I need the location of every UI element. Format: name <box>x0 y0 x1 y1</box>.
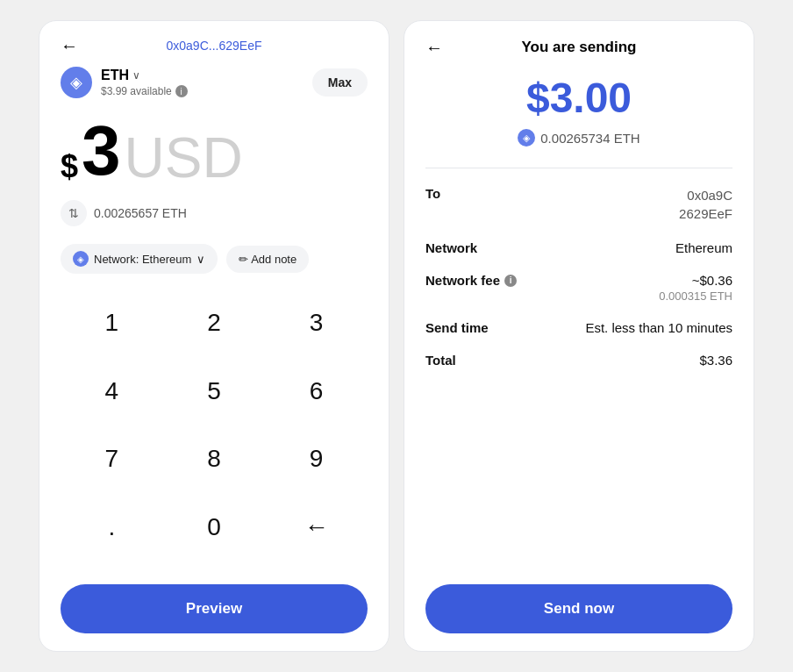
numpad-key-1[interactable]: 1 <box>61 295 163 351</box>
token-name: ETH <box>101 68 129 83</box>
to-address: 0x0a9C 2629EeF <box>679 186 732 223</box>
network-row-label: Network <box>425 240 477 255</box>
network-row: Network Ethereum <box>425 240 732 255</box>
right-back-button[interactable]: ← <box>425 38 443 58</box>
numpad-key-0[interactable]: 0 <box>163 499 266 555</box>
divider <box>425 168 732 168</box>
amount-display: $ 3 USD <box>61 116 368 186</box>
preview-button[interactable]: Preview <box>61 584 368 633</box>
wallet-address[interactable]: 0x0a9C...629EeF <box>167 39 262 53</box>
network-button[interactable]: ◈ Network: Ethereum ∨ <box>61 244 218 274</box>
numpad-key-9[interactable]: 9 <box>265 431 368 487</box>
to-label: To <box>425 186 440 201</box>
token-balance: $3.99 available i <box>101 85 188 97</box>
numpad-key-8[interactable]: 8 <box>163 431 266 487</box>
token-details: ETH ∨ $3.99 available i <box>101 68 188 97</box>
options-row: ◈ Network: Ethereum ∨ ✏ Add note <box>61 244 368 274</box>
send-time-value: Est. less than 10 minutes <box>585 320 732 335</box>
numpad-key-3[interactable]: 3 <box>265 295 368 351</box>
numpad-key-6[interactable]: 6 <box>265 363 368 419</box>
swap-icon-button[interactable]: ⇅ <box>61 200 87 226</box>
sending-amount-usd: $3.00 <box>425 74 732 122</box>
right-header: ← You are sending <box>425 39 732 56</box>
fee-usd: ~$0.36 <box>659 273 732 288</box>
eth-icon: ◈ <box>61 67 92 98</box>
token-chevron-icon: ∨ <box>132 69 140 82</box>
total-label: Total <box>425 353 456 368</box>
left-back-button[interactable]: ← <box>61 36 78 56</box>
send-time-row: Send time Est. less than 10 minutes <box>425 320 732 335</box>
to-address-line2: 2629EeF <box>679 204 732 223</box>
left-panel: ← 0x0a9C...629EeF ◈ ETH ∨ $3.99 availabl… <box>39 20 389 652</box>
network-label: Network: Ethereum <box>94 253 191 266</box>
network-chevron-icon: ∨ <box>196 253 205 266</box>
add-note-button[interactable]: ✏ Add note <box>226 246 309 273</box>
sending-eth-text: 0.00265734 ETH <box>540 131 639 146</box>
to-address-line1: 0x0a9C <box>679 186 732 204</box>
left-header: ← 0x0a9C...629EeF <box>61 39 368 53</box>
token-row: ◈ ETH ∨ $3.99 available i Max <box>61 67 368 98</box>
numpad-key-7[interactable]: 7 <box>61 431 163 487</box>
fee-eth: 0.000315 ETH <box>659 290 732 303</box>
balance-info-icon[interactable]: i <box>175 85 188 97</box>
numpad-key-backspace[interactable]: ← <box>265 499 368 555</box>
token-info: ◈ ETH ∨ $3.99 available i <box>61 67 188 98</box>
max-button[interactable]: Max <box>312 68 368 97</box>
numpad-key-dot[interactable]: . <box>61 499 163 555</box>
send-time-label: Send time <box>425 320 489 335</box>
to-row: To 0x0a9C 2629EeF <box>425 186 732 223</box>
sending-amount-eth: ◈ 0.00265734 ETH <box>425 129 732 147</box>
fee-info-icon[interactable]: i <box>504 275 517 287</box>
numpad: 1 2 3 4 5 6 7 8 9 . 0 ← <box>61 295 368 567</box>
sending-eth-icon: ◈ <box>518 129 535 147</box>
eth-amount-text: 0.00265657 ETH <box>94 206 187 220</box>
fee-row: Network fee i ~$0.36 0.000315 ETH <box>425 273 732 303</box>
send-now-button[interactable]: Send now <box>425 584 732 633</box>
network-eth-icon: ◈ <box>73 251 89 267</box>
numpad-key-5[interactable]: 5 <box>163 363 266 419</box>
network-row-value: Ethereum <box>675 240 732 255</box>
fee-values: ~$0.36 0.000315 ETH <box>659 273 732 303</box>
dollar-sign: $ <box>61 151 78 182</box>
numpad-key-2[interactable]: 2 <box>163 295 266 351</box>
amount-number: 3 <box>82 116 121 186</box>
fee-label: Network fee i <box>425 273 517 288</box>
token-name-row[interactable]: ETH ∨ <box>101 68 188 83</box>
numpad-key-4[interactable]: 4 <box>61 363 163 419</box>
usd-label: USD <box>125 130 243 186</box>
sending-title: You are sending <box>522 39 637 56</box>
total-value: $3.36 <box>699 353 732 368</box>
eth-conversion: ⇅ 0.00265657 ETH <box>61 200 368 226</box>
total-row: Total $3.36 <box>425 353 732 368</box>
right-panel: ← You are sending $3.00 ◈ 0.00265734 ETH… <box>404 20 754 652</box>
